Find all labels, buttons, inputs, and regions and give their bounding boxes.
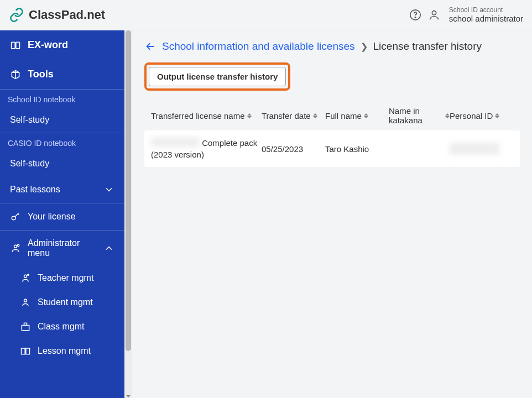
svg-point-5 (12, 216, 15, 220)
user-icon[interactable] (428, 9, 440, 21)
col-header-pid[interactable]: Personal ID (450, 111, 513, 121)
col-header-license[interactable]: Transferred license name (151, 111, 262, 121)
svg-rect-3 (12, 42, 15, 49)
student-icon (20, 297, 31, 308)
redacted-text: xxxxxxx (450, 143, 499, 155)
svg-point-6 (14, 245, 17, 248)
sidebar-section-casio-notebook: CASIO ID notebook (0, 133, 124, 151)
output-history-button[interactable]: Output license transfer history (149, 67, 286, 86)
teacher-icon (20, 273, 31, 284)
col-header-katakana[interactable]: Name in katakana (389, 106, 450, 125)
redacted-text: xxxxxx (151, 137, 200, 147)
nav-label: Self-study (10, 115, 49, 125)
cell-fullname: Taro Kashio (325, 144, 389, 154)
svg-rect-11 (22, 326, 29, 331)
history-table: Transferred license name Transfer date F… (144, 101, 520, 167)
topbar-actions: School ID account school administrator (409, 6, 523, 24)
svg-point-10 (24, 299, 27, 302)
scrollbar-down-arrow-icon[interactable] (126, 391, 131, 397)
nav-label: Tools (28, 69, 54, 80)
svg-point-2 (432, 11, 436, 15)
sidebar-item-tools[interactable]: Tools (0, 60, 124, 89)
breadcrumb-current: License transfer history (373, 40, 482, 53)
account-role-label: school administrator (449, 14, 523, 24)
sidebar-item-past-lessons[interactable]: Past lessons (0, 176, 124, 203)
table-header-row: Transferred license name Transfer date F… (144, 101, 520, 130)
main-content: School information and available license… (132, 30, 532, 398)
sidebar-item-teacher-mgmt[interactable]: Teacher mgmt (0, 266, 124, 290)
nav-label: Lesson mgmt (38, 346, 91, 356)
help-icon[interactable] (409, 9, 421, 21)
cell-pid: xxxxxxx (450, 143, 513, 155)
nav-label: Student mgmt (38, 297, 93, 307)
account-type-label: School ID account (449, 6, 523, 14)
lesson-icon (20, 345, 31, 357)
col-header-fullname[interactable]: Full name (325, 111, 389, 121)
sidebar-item-student-mgmt[interactable]: Student mgmt (0, 290, 124, 315)
svg-point-9 (28, 274, 29, 276)
breadcrumb: School information and available license… (144, 40, 520, 53)
breadcrumb-link-school-info[interactable]: School information and available license… (162, 40, 355, 53)
class-icon (20, 321, 31, 332)
nav-label: Administrator menu (28, 238, 97, 258)
sidebar-item-admin-menu[interactable]: Administrator menu (0, 231, 124, 266)
sort-icon (445, 112, 450, 119)
account-info[interactable]: School ID account school administrator (449, 6, 523, 24)
key-icon (10, 211, 21, 222)
topbar: ClassPad.net School ID account school ad… (0, 0, 532, 30)
brand[interactable]: ClassPad.net (9, 7, 105, 23)
svg-rect-12 (24, 323, 27, 325)
sidebar-scrollbar[interactable] (124, 30, 132, 398)
svg-point-1 (415, 17, 415, 18)
table-row: xxxxxx Complete pack (2023 version) 05/2… (144, 130, 520, 167)
nav-label: Self-study (10, 159, 49, 169)
tools-icon (10, 69, 21, 80)
svg-rect-4 (16, 42, 20, 49)
sort-icon (495, 112, 500, 119)
nav-label: Your license (28, 212, 76, 222)
sidebar: EX-word Tools School ID notebook Self-st… (0, 30, 124, 398)
sort-icon (247, 112, 253, 119)
admin-icon (10, 243, 21, 254)
chevron-right-icon: ❯ (361, 41, 368, 52)
sidebar-item-exword[interactable]: EX-word (0, 30, 124, 60)
svg-point-7 (17, 244, 19, 246)
col-header-date[interactable]: Transfer date (262, 111, 325, 121)
highlight-annotation: Output license transfer history (144, 62, 290, 91)
dictionary-icon (10, 40, 21, 51)
brand-logo-icon (9, 7, 24, 23)
cell-license: xxxxxx Complete pack (2023 version) (151, 137, 262, 160)
sidebar-item-class-mgmt[interactable]: Class mgmt (0, 315, 124, 339)
scrollbar-thumb[interactable] (126, 30, 131, 351)
svg-point-8 (24, 275, 27, 277)
sidebar-item-lesson-mgmt[interactable]: Lesson mgmt (0, 339, 124, 363)
nav-label: Past lessons (10, 185, 60, 195)
nav-label: EX-word (28, 39, 68, 51)
sort-icon (313, 112, 319, 119)
sort-icon (364, 112, 369, 119)
sidebar-section-school-notebook: School ID notebook (0, 90, 124, 107)
sidebar-item-your-license[interactable]: Your license (0, 203, 124, 230)
chevron-down-icon (103, 184, 114, 195)
nav-label: Teacher mgmt (38, 273, 93, 283)
back-arrow-icon[interactable] (144, 40, 157, 53)
nav-label: Class mgmt (38, 322, 84, 332)
sidebar-item-self-study-2[interactable]: Self-study (0, 151, 124, 176)
cell-date: 05/25/2023 (262, 144, 325, 154)
brand-name: ClassPad.net (29, 8, 105, 22)
sidebar-item-self-study[interactable]: Self-study (0, 107, 124, 133)
chevron-up-icon (103, 243, 114, 254)
